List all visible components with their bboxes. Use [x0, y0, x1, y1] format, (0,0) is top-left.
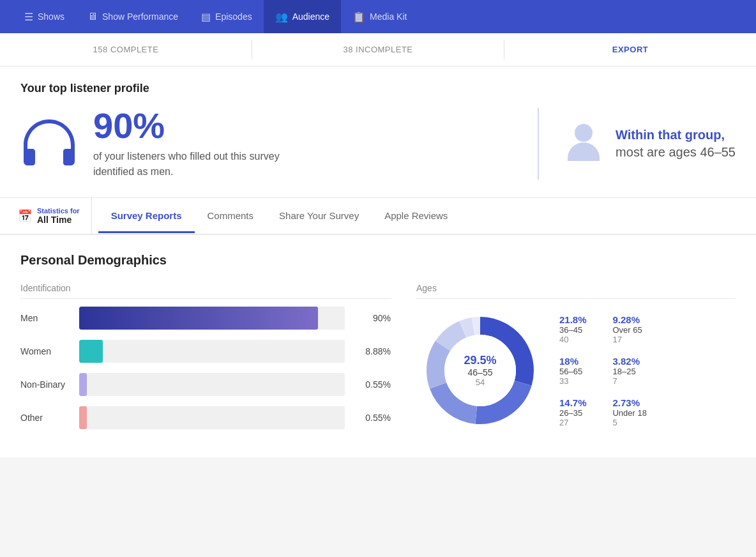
bar-row-women: Women 8.88% [20, 340, 391, 363]
bar-pct-other: 0.55% [352, 413, 391, 423]
bar-row-nonbinary: Non-Binary 0.55% [20, 373, 391, 396]
legend-item-over65: 9.28% Over 65 17 [612, 314, 646, 344]
svg-point-0 [575, 124, 593, 142]
episodes-icon: ▤ [201, 11, 211, 23]
legend-count-56-65: 33 [559, 376, 593, 386]
stats-label: Statistics for [37, 207, 80, 215]
bar-fill-women [79, 340, 103, 363]
nav-shows-label: Shows [38, 11, 64, 22]
legend-pct-under18: 2.73% [612, 397, 646, 408]
legend-range-36-45: 36–45 [559, 325, 593, 335]
main-content: Personal Demographics Identification Men… [0, 235, 756, 457]
legend-count-26-35: 27 [559, 418, 593, 427]
identification-chart: Identification Men 90% Women 8.88% [20, 283, 391, 439]
complete-count: 158 COMPLETE [0, 45, 252, 54]
legend-count-under18: 5 [612, 418, 646, 427]
demographics-section: Personal Demographics Identification Men… [0, 235, 756, 457]
demographics-title: Personal Demographics [20, 253, 736, 268]
legend-item-26-35: 14.7% 26–35 27 [559, 397, 593, 427]
export-button[interactable]: EXPORT [504, 45, 756, 54]
donut-range: 46–55 [464, 367, 496, 378]
legend-grid: 21.8% 36–45 40 9.28% Over 65 17 18% 56–6… [559, 314, 647, 427]
age-range: most are ages 46–55 [616, 145, 736, 160]
legend-pct-26-35: 14.7% [559, 397, 593, 408]
legend-count-over65: 17 [612, 335, 646, 344]
legend-range-over65: Over 65 [612, 325, 646, 335]
bar-fill-men [79, 307, 318, 330]
incomplete-count: 38 INCOMPLETE [252, 45, 504, 54]
nav-bar: ☰ Shows 🖥 Show Performance ▤ Episodes 👥 … [0, 0, 756, 33]
profile-right-text: Within that group, most are ages 46–55 [616, 128, 736, 160]
tab-survey-reports[interactable]: Survey Reports [98, 200, 195, 233]
tab-comments[interactable]: Comments [195, 200, 267, 233]
profile-desc: of your listeners who filled out this su… [93, 149, 298, 179]
stats-date-text: Statistics for All Time [37, 207, 80, 225]
ages-subtitle: Ages [416, 283, 736, 299]
bar-track-nonbinary [79, 373, 345, 396]
bar-label-women: Women [20, 346, 72, 356]
profile-percent: 90% [93, 108, 298, 144]
bar-pct-nonbinary: 0.55% [352, 379, 391, 390]
nav-show-performance[interactable]: 🖥 Show Performance [76, 0, 190, 33]
nav-media-kit[interactable]: 📋 Media Kit [341, 0, 418, 33]
legend-range-under18: Under 18 [612, 408, 646, 418]
bar-fill-nonbinary [79, 373, 87, 396]
legend-pct-36-45: 21.8% [559, 314, 593, 325]
nav-audience[interactable]: 👥 Audience [264, 0, 341, 33]
stats-time: All Time [37, 215, 80, 225]
bar-track-women [79, 340, 345, 363]
nav-episodes-label: Episodes [215, 11, 252, 22]
charts-container: Identification Men 90% Women 8.88% [20, 283, 736, 439]
donut-pct: 29.5% [464, 354, 496, 367]
stats-date-block: 📅 Statistics for All Time [13, 198, 92, 234]
legend-item-36-45: 21.8% 36–45 40 [559, 314, 593, 344]
tab-share-your-survey[interactable]: Share Your Survey [266, 200, 372, 233]
bar-track-other [79, 406, 345, 429]
profile-right: Within that group, most are ages 46–55 [539, 121, 736, 166]
legend-count-18-25: 7 [612, 376, 646, 386]
bar-label-other: Other [20, 413, 72, 423]
top-bar: 158 COMPLETE 38 INCOMPLETE EXPORT [0, 33, 756, 66]
person-icon [564, 121, 603, 166]
nav-episodes[interactable]: ▤ Episodes [190, 0, 264, 33]
ages-chart: Ages [416, 283, 736, 439]
legend-item-under18: 2.73% Under 18 5 [612, 397, 646, 427]
bar-label-nonbinary: Non-Binary [20, 379, 72, 390]
bar-pct-women: 8.88% [352, 346, 391, 356]
legend-range-56-65: 56–65 [559, 367, 593, 376]
tab-apple-reviews[interactable]: Apple Reviews [372, 200, 460, 233]
media-kit-icon: 📋 [352, 11, 365, 23]
tab-survey-reports-label: Survey Reports [111, 210, 182, 221]
profile-left: 90% of your listeners who filled out thi… [20, 108, 539, 179]
legend-count-36-45: 40 [559, 335, 593, 344]
legend-item-18-25: 3.82% 18–25 7 [612, 356, 646, 386]
donut-count: 54 [464, 378, 496, 387]
bar-pct-men: 90% [352, 313, 391, 323]
tabs-bar: 📅 Statistics for All Time Survey Reports… [0, 198, 756, 235]
legend-range-18-25: 18–25 [612, 367, 646, 376]
donut-center-text: 29.5% 46–55 54 [464, 354, 496, 387]
identification-subtitle: Identification [20, 283, 391, 299]
calendar-icon: 📅 [18, 209, 32, 223]
ages-inner: 29.5% 46–55 54 21.8% 36–45 40 [416, 307, 736, 434]
nav-shows[interactable]: ☰ Shows [13, 0, 76, 33]
tab-apple-reviews-label: Apple Reviews [384, 210, 448, 221]
bar-track-men [79, 307, 345, 330]
legend-pct-over65: 9.28% [612, 314, 646, 325]
profile-title: Your top listener profile [20, 82, 736, 95]
headphone-icon [20, 118, 78, 169]
legend-pct-56-65: 18% [559, 356, 593, 367]
nav-show-performance-label: Show Performance [102, 11, 178, 22]
bar-row-men: Men 90% [20, 307, 391, 330]
legend-range-26-35: 26–35 [559, 408, 593, 418]
profile-stat: 90% of your listeners who filled out thi… [93, 108, 298, 179]
donut-container: 29.5% 46–55 54 [416, 307, 544, 434]
bar-fill-other [79, 406, 87, 429]
within-group: Within that group, [616, 128, 736, 142]
profile-section: Your top listener profile 90% of your li… [0, 66, 756, 198]
bar-row-other: Other 0.55% [20, 406, 391, 429]
nav-audience-label: Audience [292, 11, 329, 22]
shows-icon: ☰ [24, 11, 33, 23]
bar-label-men: Men [20, 313, 72, 323]
legend-pct-18-25: 3.82% [612, 356, 646, 367]
